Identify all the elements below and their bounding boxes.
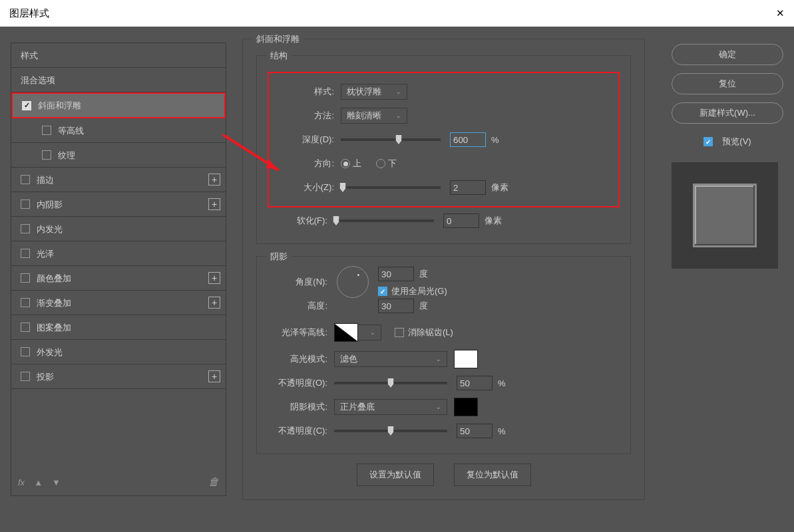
add-icon[interactable]: + [208, 370, 220, 382]
highlight-opacity-input[interactable] [457, 376, 493, 390]
gloss-contour-dropdown[interactable]: ⌄ [358, 325, 381, 340]
sidebar-item-contour[interactable]: 等高线 [11, 118, 226, 143]
checkbox-icon[interactable] [21, 323, 30, 332]
sidebar-item-blend-options[interactable]: 混合选项 [11, 68, 226, 92]
shading-fieldset: 阴影 角度(N): 度 使用全局光(G) [256, 256, 631, 454]
preview-checkbox[interactable] [703, 137, 713, 146]
make-default-button[interactable]: 设置为默认值 [357, 464, 434, 486]
add-icon[interactable]: + [208, 198, 220, 210]
reset-button[interactable]: 复位 [672, 73, 783, 94]
style-label: 样式: [274, 86, 341, 98]
chevron-down-icon: ⌄ [370, 329, 375, 336]
sidebar-item-pattern-overlay[interactable]: 图案叠加 [11, 315, 226, 340]
checkbox-icon[interactable] [21, 249, 30, 258]
direction-down-radio[interactable] [376, 159, 385, 168]
sidebar-item-gradient-overlay[interactable]: 渐变叠加+ [11, 291, 226, 315]
checkbox-icon[interactable] [22, 101, 31, 110]
sidebar-item-styles[interactable]: 样式 [11, 43, 226, 68]
ok-button[interactable]: 确定 [672, 44, 783, 65]
checkbox-icon[interactable] [21, 224, 30, 233]
add-icon[interactable]: + [208, 174, 220, 186]
sidebar-item-inner-glow[interactable]: 内发光 [11, 217, 226, 241]
technique-label: 方法: [274, 110, 341, 122]
chevron-down-icon: ⌄ [436, 404, 441, 410]
depth-unit: % [491, 135, 499, 145]
sidebar-item-inner-shadow[interactable]: 内阴影+ [11, 192, 226, 217]
depth-input[interactable] [450, 132, 486, 147]
shadow-mode-label: 阴影模式: [268, 401, 334, 413]
structure-fieldset: 结构 样式: 枕状浮雕⌄ 方法: 雕刻清晰⌄ 深度(D): % [256, 55, 631, 244]
chevron-down-icon: ⌄ [396, 88, 401, 95]
down-arrow-icon[interactable]: ▼ [52, 477, 61, 487]
new-style-button[interactable]: 新建样式(W)... [672, 102, 783, 124]
sidebar-item-outer-glow[interactable]: 外发光 [11, 340, 226, 364]
checkbox-icon[interactable] [21, 347, 30, 356]
highlight-opacity-label: 不透明度(O): [268, 377, 334, 389]
size-unit: 像素 [491, 182, 508, 194]
shadow-opacity-input[interactable] [457, 424, 493, 438]
shadow-opacity-slider[interactable] [334, 430, 447, 432]
titlebar: 图层样式 ✕ [0, 0, 794, 27]
highlight-opacity-slider[interactable] [334, 382, 447, 384]
soften-slider[interactable] [334, 219, 434, 222]
global-light-checkbox[interactable] [378, 287, 387, 296]
checkbox-icon[interactable] [21, 273, 30, 283]
gloss-contour-label: 光泽等高线: [268, 327, 334, 338]
shadow-color-swatch[interactable] [454, 398, 478, 416]
sidebar-item-satin[interactable]: 光泽 [11, 241, 226, 266]
highlight-mode-label: 高光模式: [268, 353, 334, 365]
technique-select[interactable]: 雕刻清晰⌄ [341, 108, 407, 124]
style-select[interactable]: 枕状浮雕⌄ [341, 84, 407, 100]
checkbox-icon[interactable] [42, 126, 51, 135]
highlight-annotation: 样式: 枕状浮雕⌄ 方法: 雕刻清晰⌄ 深度(D): % 方向: [268, 72, 620, 207]
checkbox-icon[interactable] [21, 372, 30, 381]
sidebar-item-texture[interactable]: 纹理 [11, 143, 226, 168]
size-slider[interactable] [341, 186, 441, 189]
gloss-contour-swatch[interactable] [334, 323, 358, 342]
highlight-mode-select[interactable]: 滤色⌄ [334, 351, 447, 367]
style-list: 样式 混合选项 斜面和浮雕 等高线 纹理 描边+ 内阴影+ 内发光 光泽 颜色叠… [11, 43, 226, 496]
soften-input[interactable] [443, 213, 479, 228]
altitude-label: 高度: [268, 300, 334, 312]
chevron-down-icon: ⌄ [436, 356, 441, 362]
angle-dial[interactable] [337, 266, 369, 298]
sidebar-footer: fx ▲ ▼ 🗑 [11, 469, 226, 495]
trash-icon[interactable]: 🗑 [208, 476, 219, 488]
size-label: 大小(Z): [274, 182, 341, 194]
sidebar-item-drop-shadow[interactable]: 投影+ [11, 364, 226, 389]
direction-up-radio[interactable] [341, 159, 350, 168]
checkbox-icon[interactable] [42, 150, 51, 160]
size-input[interactable] [450, 180, 486, 195]
checkbox-icon[interactable] [21, 175, 30, 184]
right-panel: 确定 复位 新建样式(W)... 预览(V) [661, 27, 794, 532]
sidebar-item-color-overlay[interactable]: 颜色叠加+ [11, 266, 226, 291]
sidebar-item-stroke[interactable]: 描边+ [11, 168, 226, 192]
checkbox-icon[interactable] [21, 200, 30, 209]
soften-label: 软化(F): [268, 215, 334, 227]
reset-default-button[interactable]: 复位为默认值 [454, 464, 531, 486]
styles-sidebar: 样式 混合选项 斜面和浮雕 等高线 纹理 描边+ 内阴影+ 内发光 光泽 颜色叠… [0, 27, 226, 532]
checkbox-icon[interactable] [21, 298, 30, 307]
add-icon[interactable]: + [208, 297, 220, 309]
sidebar-item-bevel-emboss[interactable]: 斜面和浮雕 [11, 92, 226, 118]
settings-panel: 斜面和浮雕 结构 样式: 枕状浮雕⌄ 方法: 雕刻清晰⌄ 深度(D): [226, 27, 661, 532]
soften-unit: 像素 [485, 215, 502, 227]
angle-input[interactable] [378, 267, 414, 281]
up-arrow-icon[interactable]: ▲ [34, 477, 43, 487]
preview-thumbnail [672, 162, 778, 269]
depth-label: 深度(D): [274, 134, 341, 146]
shadow-mode-select[interactable]: 正片叠底⌄ [334, 399, 447, 415]
window-title: 图层样式 [9, 7, 49, 20]
add-icon[interactable]: + [208, 272, 220, 284]
highlight-color-swatch[interactable] [454, 350, 478, 368]
bevel-emboss-fieldset: 斜面和浮雕 结构 样式: 枕状浮雕⌄ 方法: 雕刻清晰⌄ 深度(D): [242, 39, 645, 500]
structure-label: 结构 [266, 50, 292, 62]
depth-slider[interactable] [341, 138, 441, 141]
shading-label: 阴影 [266, 251, 292, 263]
close-icon[interactable]: ✕ [776, 7, 785, 19]
antialias-checkbox[interactable] [395, 328, 404, 337]
fx-label[interactable]: fx [18, 477, 25, 487]
panel-title: 斜面和浮雕 [252, 33, 303, 45]
direction-label: 方向: [274, 158, 341, 170]
altitude-input[interactable] [378, 299, 414, 313]
